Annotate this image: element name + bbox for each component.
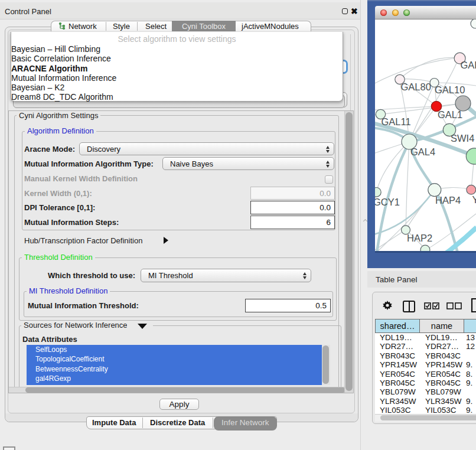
svg-text:GAL80: GAL80 — [401, 81, 431, 92]
svg-text:HAP2: HAP2 — [407, 233, 432, 243]
svg-text:YJ: YJ — [472, 194, 476, 205]
svg-text:SWI4: SWI4 — [451, 133, 474, 144]
svg-text:HAP4: HAP4 — [435, 195, 461, 206]
svg-text:GAL11: GAL11 — [382, 116, 411, 127]
svg-text:GCY1: GCY1 — [375, 197, 400, 207]
svg-text:GAL7: GAL7 — [461, 60, 476, 70]
svg-text:GAL4: GAL4 — [410, 146, 435, 157]
svg-text:GAL1: GAL1 — [438, 109, 462, 120]
svg-text:GAL10: GAL10 — [435, 84, 465, 95]
